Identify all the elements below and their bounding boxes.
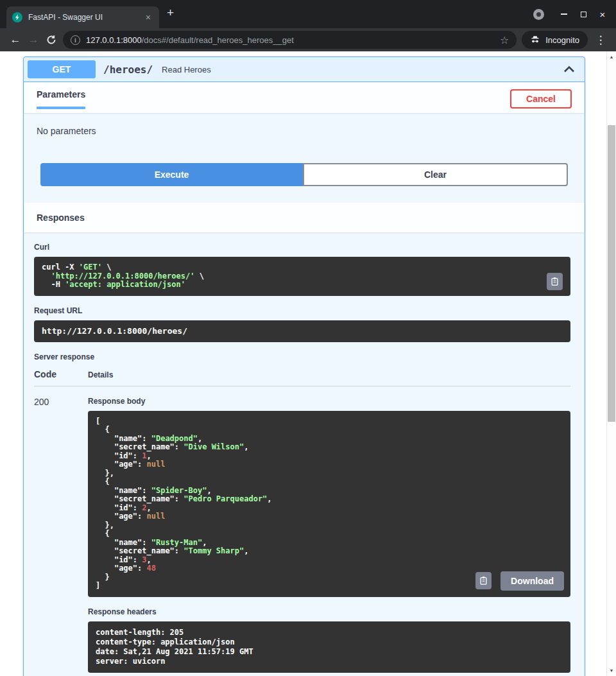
maximize-icon (581, 12, 586, 17)
request-url-block: http://127.0.0.1:8000/heroes/ (34, 320, 570, 342)
parameters-title: Parameters (37, 89, 85, 100)
titlebar: FastAPI - Swagger UI × + × (0, 0, 616, 28)
new-tab-button[interactable]: + (159, 6, 182, 20)
url-text: 127.0.0.1:8000/docs#/default/read_heroes… (86, 35, 495, 45)
cancel-button[interactable]: Cancel (510, 89, 572, 108)
clipboard-icon (479, 576, 488, 585)
fastapi-logo-icon (12, 12, 22, 22)
tab-title: FastAPI - Swagger UI (28, 13, 143, 22)
scrollbar[interactable]: ▲ ▼ (606, 51, 616, 676)
scrollbar-thumb[interactable] (608, 125, 615, 422)
url-bar[interactable]: i 127.0.0.1:8000/docs#/default/read_hero… (63, 31, 517, 49)
active-tab-underline (37, 107, 85, 109)
parameters-header: Parameters Cancel (24, 82, 585, 113)
clear-button[interactable]: Clear (303, 163, 568, 186)
reload-button[interactable] (42, 31, 60, 49)
responses-body: Curl curl -X 'GET' \ 'http://127.0.0.1:8… (24, 232, 585, 676)
table-header-row: Code Details (34, 369, 570, 386)
response-headers-block: content-length: 205 content-type: applic… (88, 621, 570, 673)
execute-button-group: Execute Clear (40, 163, 568, 186)
reload-icon (46, 35, 56, 45)
url-host: 127.0.0.1:8000 (86, 35, 142, 45)
code-column-header: Code (34, 369, 88, 379)
incognito-label: Incognito (545, 35, 579, 45)
response-body-actions: Download (475, 571, 564, 591)
responses-header: Responses (24, 203, 585, 232)
response-body-label: Response body (88, 397, 570, 406)
opblock-summary[interactable]: GET /heroes/ Read Heroes (24, 57, 585, 82)
scroll-down-icon[interactable]: ▼ (607, 668, 616, 673)
site-info-icon[interactable]: i (71, 35, 80, 45)
status-code: 200 (34, 397, 88, 673)
details-column-header: Details (88, 370, 113, 379)
endpoint-summary: Read Heroes (162, 65, 563, 74)
minimize-button[interactable] (554, 4, 574, 24)
incognito-icon (530, 35, 540, 45)
minimize-icon (561, 13, 567, 15)
request-url-code: http://127.0.0.1:8000/heroes/ (42, 327, 563, 336)
response-body-code: [ { "name": "Deadpond", "secret_name": "… (96, 417, 563, 591)
opblock-get-heroes: GET /heroes/ Read Heroes Parameters Canc… (23, 56, 585, 676)
parameters-body: No parameters Execute Clear (24, 113, 585, 203)
response-body-block: [ { "name": "Deadpond", "secret_name": "… (88, 411, 570, 597)
browser-tab[interactable]: FastAPI - Swagger UI × (6, 6, 159, 28)
response-headers-label: Response headers (88, 607, 570, 616)
page-content: GET /heroes/ Read Heroes Parameters Canc… (0, 51, 616, 676)
curl-label: Curl (34, 243, 570, 252)
endpoint-path: /heroes/ (103, 64, 153, 76)
maximize-button[interactable] (574, 4, 593, 24)
menu-button[interactable]: ⋮ (592, 31, 610, 49)
bookmark-star-icon[interactable]: ☆ (500, 34, 509, 46)
execute-button[interactable]: Execute (40, 163, 303, 186)
incognito-badge: Incognito (522, 31, 588, 49)
table-row: 200 Response body [ { "name": "Deadpond"… (34, 386, 570, 673)
no-parameters-text: No parameters (37, 126, 572, 136)
curl-block: curl -X 'GET' \ 'http://127.0.0.1:8000/h… (34, 257, 570, 296)
scroll-up-icon[interactable]: ▲ (607, 55, 616, 59)
responses-title: Responses (37, 212, 85, 223)
copy-curl-button[interactable] (547, 273, 563, 290)
url-path: /docs#/default/read_heroes_heroes__get (142, 35, 294, 45)
navbar: ← → i 127.0.0.1:8000/docs#/default/read_… (0, 28, 616, 51)
response-headers-code: content-length: 205 content-type: applic… (96, 628, 563, 666)
server-response-table: Code Details 200 Response body [ { "name… (34, 369, 570, 673)
forward-button[interactable]: → (24, 31, 42, 49)
browser-window: FastAPI - Swagger UI × + × ← → i 127.0.0… (0, 0, 616, 676)
download-button[interactable]: Download (501, 571, 564, 591)
method-badge: GET (28, 60, 96, 78)
collapse-chevron-icon[interactable] (563, 63, 576, 76)
response-details: Response body [ { "name": "Deadpond", "s… (88, 397, 570, 673)
back-button[interactable]: ← (6, 31, 24, 49)
copy-response-button[interactable] (475, 572, 492, 589)
clipboard-icon (550, 277, 560, 286)
tab-parameters[interactable]: Parameters (37, 89, 85, 109)
request-url-label: Request URL (34, 306, 570, 315)
tab-close-icon[interactable]: × (143, 12, 153, 22)
status-circle-icon[interactable] (533, 9, 544, 20)
server-response-label: Server response (34, 352, 570, 361)
curl-code: curl -X 'GET' \ 'http://127.0.0.1:8000/h… (42, 263, 563, 290)
window-close-button[interactable]: × (593, 4, 612, 24)
